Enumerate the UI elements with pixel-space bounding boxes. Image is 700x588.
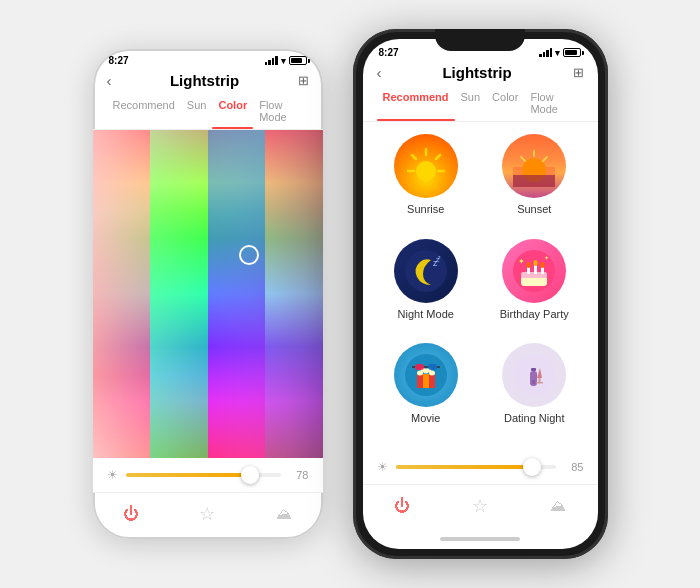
svg-rect-47 <box>532 380 535 384</box>
right-settings-icon[interactable]: ⊞ <box>573 65 584 80</box>
right-slider-value: 85 <box>564 461 584 473</box>
left-bottom-toolbar: ⏻ ☆ ⛰ <box>93 492 323 539</box>
movie-label: Movie <box>411 412 440 424</box>
left-brightness-area: ☀ 78 <box>93 458 323 492</box>
right-tabs: Recommend Sun Color Flow Mode <box>363 87 598 122</box>
left-status-right: ▾ <box>265 56 307 66</box>
home-indicator <box>440 537 520 541</box>
svg-rect-33 <box>429 374 435 388</box>
left-sun-icon: ☀ <box>107 468 118 482</box>
battery-icon <box>289 56 307 65</box>
svg-rect-45 <box>531 368 536 371</box>
svg-rect-49 <box>536 382 543 384</box>
left-slider-fill <box>126 473 250 477</box>
svg-text:✦: ✦ <box>518 257 525 266</box>
scene-item-sunrise[interactable]: Sunrise <box>377 134 476 229</box>
right-favorite-icon[interactable]: ☆ <box>472 495 488 517</box>
color-picker[interactable] <box>93 130 323 458</box>
signal-bars-icon <box>265 56 278 65</box>
right-time: 8:27 <box>379 47 399 58</box>
sunset-icon <box>502 134 566 198</box>
left-phone: 8:27 ▾ ‹ Lightstrip ⊞ Recommend Sun Colo… <box>93 49 323 539</box>
color-columns <box>93 130 323 458</box>
svg-point-14 <box>405 250 447 292</box>
tab-flowmode-left[interactable]: Flow Mode <box>253 95 308 129</box>
left-app-header: ‹ Lightstrip ⊞ <box>93 68 323 95</box>
scene-grid: Sunrise Sunset <box>363 122 598 450</box>
tab-color-right[interactable]: Color <box>486 87 524 121</box>
left-favorite-icon[interactable]: ☆ <box>199 503 215 525</box>
scene-item-night[interactable]: z z z Night Mode <box>377 239 476 334</box>
tab-sun-left[interactable]: Sun <box>181 95 213 129</box>
svg-line-4 <box>412 155 416 159</box>
svg-rect-48 <box>539 378 541 382</box>
scene-item-sunset[interactable]: Sunset <box>485 134 584 229</box>
left-slider-thumb[interactable] <box>241 466 259 484</box>
left-slider-row: ☀ 78 <box>107 468 309 482</box>
right-slider-fill <box>396 465 532 469</box>
left-status-bar: 8:27 ▾ <box>93 49 323 68</box>
tab-recommend-right[interactable]: Recommend <box>377 87 455 121</box>
dating-icon <box>502 343 566 407</box>
svg-rect-40 <box>428 364 437 370</box>
night-icon: z z z <box>394 239 458 303</box>
svg-rect-32 <box>423 374 429 388</box>
right-bottom-toolbar: ⏻ ☆ ⛰ <box>363 484 598 531</box>
svg-rect-39 <box>415 364 424 370</box>
tab-sun-right[interactable]: Sun <box>455 87 487 121</box>
color-selector-circle[interactable] <box>239 245 259 265</box>
left-tabs: Recommend Sun Color Flow Mode <box>93 95 323 130</box>
right-sun-icon: ☀ <box>377 460 388 474</box>
sunrise-icon <box>394 134 458 198</box>
scene-item-dating[interactable]: Dating Night <box>485 343 584 438</box>
dating-label: Dating Night <box>504 412 565 424</box>
left-scene-icon[interactable]: ⛰ <box>276 505 292 523</box>
right-phone-inner: 8:27 ▾ ‹ Lightstrip ⊞ Re <box>363 39 598 549</box>
svg-point-26 <box>541 262 545 268</box>
night-label: Night Mode <box>398 308 454 320</box>
wifi-icon: ▾ <box>281 56 286 66</box>
svg-rect-10 <box>513 175 555 187</box>
left-power-icon[interactable]: ⏻ <box>123 505 139 523</box>
right-power-icon[interactable]: ⏻ <box>394 497 410 515</box>
svg-line-13 <box>543 157 547 161</box>
right-signal-icon <box>539 48 552 57</box>
svg-point-24 <box>527 262 531 268</box>
birthday-label: Birthday Party <box>500 308 569 320</box>
tab-recommend-left[interactable]: Recommend <box>107 95 181 129</box>
right-phone: 8:27 ▾ ‹ Lightstrip ⊞ Re <box>353 29 608 559</box>
svg-line-12 <box>521 157 525 161</box>
svg-point-2 <box>416 161 436 181</box>
movie-icon <box>394 343 458 407</box>
birthday-icon: ✦ ✦ <box>502 239 566 303</box>
tab-color-left[interactable]: Color <box>212 95 253 129</box>
svg-line-5 <box>436 155 440 159</box>
right-app-header: ‹ Lightstrip ⊞ <box>363 60 598 87</box>
svg-point-25 <box>534 260 538 266</box>
left-slider-track[interactable] <box>126 473 281 477</box>
right-status-right: ▾ <box>539 48 581 58</box>
sunrise-label: Sunrise <box>407 203 444 215</box>
svg-rect-31 <box>417 374 423 388</box>
notch <box>435 39 525 51</box>
right-brightness-area: ☀ 85 <box>363 450 598 484</box>
left-slider-value: 78 <box>289 469 309 481</box>
scene-item-movie[interactable]: Movie <box>377 343 476 438</box>
right-scene-icon[interactable]: ⛰ <box>550 497 566 515</box>
right-wifi-icon: ▾ <box>555 48 560 58</box>
svg-text:✦: ✦ <box>544 255 549 261</box>
right-slider-track[interactable] <box>396 465 556 469</box>
right-slider-row: ☀ 85 <box>377 460 584 474</box>
scene-item-birthday[interactable]: ✦ ✦ Birthday Party <box>485 239 584 334</box>
left-header-title: Lightstrip <box>112 72 298 89</box>
left-time: 8:27 <box>109 55 129 66</box>
right-slider-thumb[interactable] <box>523 458 541 476</box>
sunset-label: Sunset <box>517 203 551 215</box>
tab-flowmode-right[interactable]: Flow Mode <box>524 87 583 121</box>
left-settings-icon[interactable]: ⊞ <box>298 73 309 88</box>
right-battery-icon <box>563 48 581 57</box>
right-header-title: Lightstrip <box>382 64 573 81</box>
